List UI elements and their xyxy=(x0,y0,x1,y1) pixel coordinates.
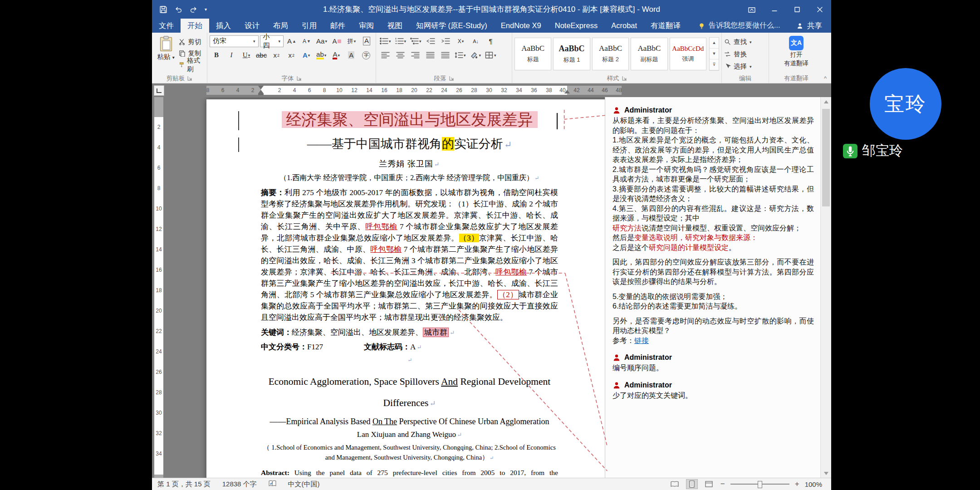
gallery-up-icon[interactable]: ▲ xyxy=(710,38,719,49)
zoom-slider[interactable] xyxy=(730,484,789,485)
zoom-level[interactable]: 100% xyxy=(805,480,822,488)
select-button[interactable]: 选择▾ xyxy=(724,61,766,72)
scrollbar-thumb[interactable] xyxy=(822,109,830,206)
align-left-button[interactable] xyxy=(378,49,392,61)
grow-font-button[interactable]: A▲ xyxy=(285,35,299,47)
clear-formatting-button[interactable]: A xyxy=(330,35,343,47)
tab-mailings[interactable]: 邮件 xyxy=(323,19,352,33)
tab-home[interactable]: 开始 xyxy=(181,19,209,33)
qat-customize-icon[interactable]: ▾ xyxy=(205,7,207,12)
highlight-color-button[interactable]: ab▾ xyxy=(314,49,328,61)
undo-icon[interactable] xyxy=(175,6,182,13)
document-page[interactable]: 经济集聚、空间溢出与地区发展差异 ——基于中国城市群视角的实证分析↵ 兰秀娟 张… xyxy=(206,99,605,478)
read-mode-icon[interactable] xyxy=(669,479,681,489)
comment-card[interactable]: Administrator 少了对应的英文关键词。 xyxy=(612,381,814,401)
show-marks-button[interactable]: ¶ xyxy=(484,35,498,47)
tell-me-box[interactable]: 告诉我您想要做什么... xyxy=(698,19,780,33)
dialog-launcher-icon[interactable] xyxy=(297,76,302,81)
h-ruler[interactable]: 8642246810121416182022242628303234363840… xyxy=(152,83,831,97)
distribute-button[interactable] xyxy=(438,49,452,61)
numbering-button[interactable]: ▾ xyxy=(394,35,408,47)
cut-button[interactable]: 剪切 xyxy=(177,37,205,47)
tab-insert[interactable]: 插入 xyxy=(209,19,238,33)
line-spacing-button[interactable]: ▾ xyxy=(453,49,467,61)
v-ruler[interactable]: 246810121416182022242628303234 xyxy=(152,97,166,478)
multilevel-list-button[interactable]: ▾ xyxy=(409,35,423,47)
left-indent-marker[interactable] xyxy=(258,93,264,95)
proofing-icon[interactable] xyxy=(269,480,276,488)
open-youdao-button[interactable]: 文A 打开 有道翻译 xyxy=(775,34,817,74)
gallery-more-icon[interactable]: ⊽ xyxy=(710,59,719,70)
change-case-button[interactable]: Aa▾ xyxy=(315,35,328,47)
dialog-launcher-icon[interactable] xyxy=(622,76,627,81)
font-color-button[interactable]: A▾ xyxy=(329,49,343,61)
align-right-button[interactable] xyxy=(408,49,422,61)
vertical-scrollbar[interactable] xyxy=(820,97,831,478)
zoom-slider-thumb[interactable] xyxy=(758,481,762,488)
comment-card[interactable]: Administrator 编号顺序问题。 xyxy=(612,353,814,373)
minimize-icon[interactable] xyxy=(763,0,786,19)
scroll-down-icon[interactable] xyxy=(821,469,831,478)
borders-button[interactable]: ▾ xyxy=(484,49,498,61)
style-card-subtitle[interactable]: AaBbC 副标题 xyxy=(631,38,667,70)
scroll-up-icon[interactable] xyxy=(821,97,831,106)
tab-youdao[interactable]: 有道翻译 xyxy=(644,19,687,33)
tab-endnote[interactable]: EndNote X9 xyxy=(494,19,548,33)
web-layout-icon[interactable] xyxy=(703,479,715,489)
ribbon-display-options-icon[interactable] xyxy=(740,0,763,19)
italic-button[interactable]: I xyxy=(225,49,238,61)
zoom-in-icon[interactable]: + xyxy=(795,480,799,489)
tab-design[interactable]: 设计 xyxy=(238,19,266,33)
phonetic-guide-button[interactable]: 拼▾ xyxy=(345,35,358,47)
zoom-out-icon[interactable]: − xyxy=(720,480,725,489)
print-layout-icon[interactable] xyxy=(686,479,698,489)
first-line-indent-marker[interactable] xyxy=(258,86,264,89)
paste-button[interactable]: 粘贴 ▾ xyxy=(154,34,177,74)
decrease-indent-button[interactable] xyxy=(424,35,438,47)
enclose-characters-button[interactable]: 字 xyxy=(359,49,373,61)
share-button[interactable]: 共享 xyxy=(796,19,831,33)
style-card-heading1[interactable]: AaBbC 标题 1 xyxy=(553,38,590,70)
superscript-button[interactable]: x2 xyxy=(284,49,298,61)
underline-button[interactable]: U▾ xyxy=(240,49,253,61)
tab-cnki[interactable]: 知网研学 (原E-Study) xyxy=(409,19,494,33)
tab-acrobat[interactable]: Acrobat xyxy=(604,19,644,33)
style-card-heading2[interactable]: AaBbC 标题 2 xyxy=(592,38,629,70)
bullets-button[interactable]: ▾ xyxy=(378,35,392,47)
tab-review[interactable]: 审阅 xyxy=(352,19,381,33)
comments-pane[interactable]: Administrator 从标题来看，主要是分析经济集聚、空间溢出对地区发展差… xyxy=(605,97,820,478)
tab-noteexpress[interactable]: NoteExpress xyxy=(548,19,604,33)
tab-selector[interactable] xyxy=(154,85,164,96)
replace-button[interactable]: 替换 xyxy=(724,49,766,60)
maximize-icon[interactable] xyxy=(786,0,808,19)
style-card-title[interactable]: AaBbC 标题 xyxy=(514,38,551,70)
bold-button[interactable]: B xyxy=(210,49,223,61)
redo-icon[interactable] xyxy=(190,6,197,13)
save-icon[interactable] xyxy=(159,5,167,14)
tab-view[interactable]: 视图 xyxy=(381,19,409,33)
shading-button[interactable]: ▾ xyxy=(469,49,483,61)
character-shading-button[interactable]: A xyxy=(344,49,358,61)
comment-card[interactable]: Administrator 从标题来看，主要是分析经济集聚、空间溢出对地区发展差… xyxy=(612,106,814,345)
font-name-select[interactable]: 仿宋▾ xyxy=(210,35,259,47)
justify-button[interactable] xyxy=(423,49,437,61)
language-status[interactable]: 中文(中国) xyxy=(288,480,320,489)
sort-button[interactable]: A↓ xyxy=(469,35,483,47)
close-icon[interactable] xyxy=(808,0,831,19)
find-button[interactable]: 查找▾ xyxy=(724,37,766,48)
dialog-launcher-icon[interactable] xyxy=(449,76,454,81)
strikethrough-button[interactable]: abc xyxy=(255,49,268,61)
dialog-launcher-icon[interactable] xyxy=(187,76,192,81)
word-count[interactable]: 12838 个字 xyxy=(222,480,257,489)
text-effects-button[interactable]: A▾ xyxy=(299,49,313,61)
hanging-indent-marker[interactable] xyxy=(258,90,264,93)
asian-layout-button[interactable]: X▾ xyxy=(454,35,468,47)
shrink-font-button[interactable]: A▼ xyxy=(300,35,314,47)
increase-indent-button[interactable] xyxy=(439,35,453,47)
align-center-button[interactable] xyxy=(393,49,407,61)
collapse-ribbon-icon[interactable]: ^ xyxy=(824,75,827,82)
font-size-select[interactable]: 小四▾ xyxy=(260,35,284,47)
page-info[interactable]: 第 1 页，共 15 页 xyxy=(157,480,211,489)
tab-file[interactable]: 文件 xyxy=(152,19,181,33)
format-painter-button[interactable]: 格式刷 xyxy=(177,59,205,70)
